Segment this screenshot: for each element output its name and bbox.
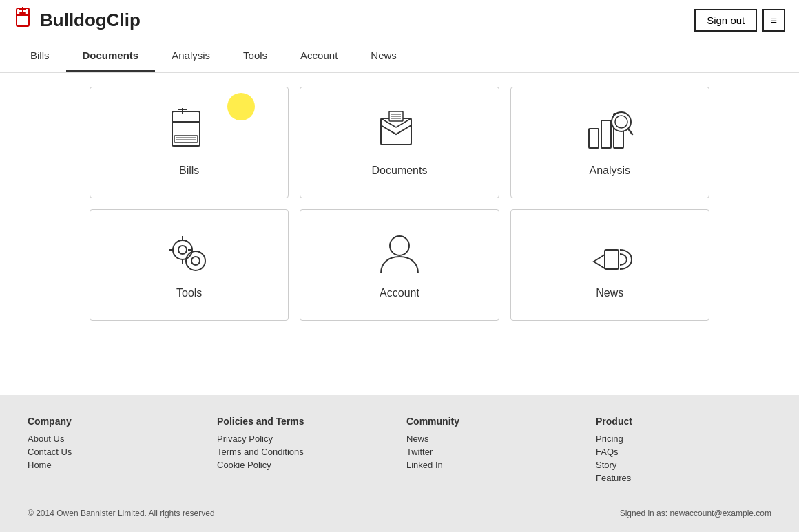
footer-contact-us[interactable]: Contact Us [28,447,203,457]
footer-company-heading: Company [28,416,203,427]
nav-documents[interactable]: Documents [66,41,156,72]
tools-icon [165,231,214,279]
card-news[interactable]: News [510,209,709,321]
svg-point-28 [186,251,205,270]
nav-account[interactable]: Account [284,41,354,72]
header-actions: Sign out ≡ [694,9,785,32]
nav-news[interactable]: News [354,41,413,72]
footer-privacy-policy[interactable]: Privacy Policy [217,434,393,444]
svg-point-34 [390,236,409,255]
logo[interactable]: BulldogClip [14,7,141,34]
svg-rect-5 [172,111,200,146]
card-news-label: News [596,287,623,299]
footer-features[interactable]: Features [596,473,771,483]
footer-policies: Policies and Terms Privacy Policy Terms … [217,416,393,486]
card-analysis[interactable]: Analysis [510,87,709,198]
main-content: Bills Documents [0,73,799,395]
news-icon [585,231,634,279]
logo-icon [14,7,36,34]
footer-company: Company About Us Contact Us Home [28,416,203,486]
svg-point-29 [191,257,200,265]
svg-rect-7 [174,136,198,142]
footer-community-heading: Community [406,416,582,427]
analysis-icon [585,108,634,156]
card-account-label: Account [380,287,419,299]
svg-rect-20 [589,129,599,148]
footer-pricing[interactable]: Pricing [596,434,771,444]
footer-linkedin[interactable]: Linked In [406,460,582,470]
svg-rect-21 [601,120,611,148]
nav-tools[interactable]: Tools [227,41,284,72]
card-analysis-label: Analysis [590,164,631,177]
hamburger-button[interactable]: ≡ [762,9,785,32]
header: BulldogClip Sign out ≡ [0,0,799,41]
card-bills[interactable]: Bills [90,87,289,198]
footer-story[interactable]: Story [596,460,771,470]
svg-rect-2 [19,12,26,14]
main-nav: Bills Documents Analysis Tools Account N… [0,41,799,73]
nav-wrapper: Bills Documents Analysis Tools Account N… [0,41,799,73]
logo-clip: Clip [107,10,141,31]
nav-analysis[interactable]: Analysis [155,41,227,72]
logo-bulldog: Bulldog [40,10,107,31]
card-account[interactable]: Account [300,209,499,321]
bills-icon [165,108,214,156]
svg-point-27 [178,246,187,254]
footer-cookie-policy[interactable]: Cookie Policy [217,460,393,470]
card-documents[interactable]: Documents [300,87,499,198]
footer-news[interactable]: News [406,434,582,444]
footer-home[interactable]: Home [28,460,203,470]
nav-bills[interactable]: Bills [14,41,66,72]
documents-icon [375,108,424,156]
footer-community: Community News Twitter Linked In [406,416,582,486]
card-tools-label: Tools [176,287,202,299]
footer-twitter[interactable]: Twitter [406,447,582,457]
footer-product: Product Pricing FAQs Story Features [596,416,771,486]
sign-out-button[interactable]: Sign out [694,9,757,32]
svg-line-25 [628,129,632,134]
copyright-text: © 2014 Owen Bannister Limited. All right… [28,509,215,518]
footer-about-us[interactable]: About Us [28,434,203,444]
footer-faqs[interactable]: FAQs [596,447,771,457]
footer-product-heading: Product [596,416,771,427]
footer-policies-heading: Policies and Terms [217,416,393,427]
footer-terms-conditions[interactable]: Terms and Conditions [217,447,393,457]
footer-grid: Company About Us Contact Us Home Policie… [28,416,771,486]
account-icon [375,231,424,279]
svg-rect-35 [605,250,619,269]
card-bills-label: Bills [179,164,199,177]
footer-bottom: © 2014 Owen Bannister Limited. All right… [28,500,771,518]
footer: Company About Us Contact Us Home Policie… [0,395,799,532]
card-tools[interactable]: Tools [90,209,289,321]
svg-rect-13 [381,118,411,145]
card-grid: Bills Documents [90,87,709,321]
card-documents-label: Documents [372,164,428,177]
signed-in-text: Signed in as: newaccount@example.com [620,509,771,518]
